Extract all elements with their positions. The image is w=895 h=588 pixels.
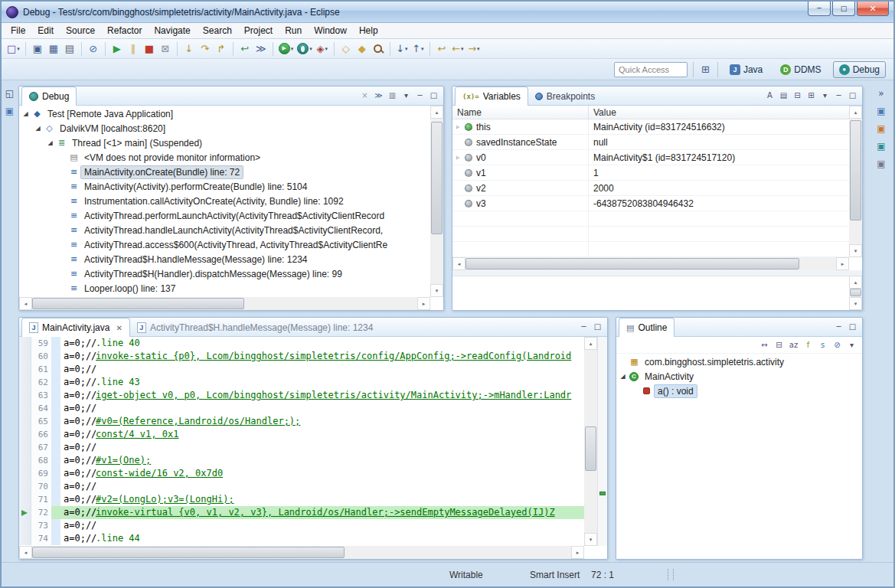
print-icon[interactable]: ▤ bbox=[62, 41, 77, 57]
scroll-down-icon[interactable]: ▾ bbox=[849, 297, 862, 310]
minimized-view-1-icon[interactable]: ▣ bbox=[877, 106, 887, 116]
maximize-icon[interactable]: □ bbox=[593, 322, 603, 332]
code-line[interactable]: 66a=0;//const/4 v1, 0x1 bbox=[19, 428, 584, 441]
code-line[interactable]: 59a=0;//.line 40 bbox=[19, 337, 584, 350]
sort-icon[interactable]: az bbox=[789, 340, 799, 351]
restore-minimized-views-icon[interactable]: » bbox=[877, 88, 887, 99]
code-line[interactable]: 71a=0;//#v2=(LongLo);v3=(LongHi); bbox=[19, 493, 584, 506]
menu-edit[interactable]: Edit bbox=[31, 24, 60, 38]
save-icon[interactable]: ▣ bbox=[30, 41, 45, 57]
scroll-thumb[interactable] bbox=[32, 547, 345, 558]
menu-source[interactable]: Source bbox=[60, 24, 101, 38]
minimize-icon[interactable]: ─ bbox=[579, 322, 589, 332]
annotation-gutter[interactable] bbox=[19, 532, 31, 545]
resume-icon[interactable]: ▶ bbox=[109, 41, 125, 57]
code-line[interactable]: 69a=0;//const-wide/16 v2, 0x7d0 bbox=[19, 467, 584, 480]
variable-expander-icon[interactable]: ▹ bbox=[452, 154, 463, 161]
scroll-down-icon[interactable]: ▾ bbox=[430, 284, 443, 297]
save-all-icon[interactable]: ▦ bbox=[46, 41, 61, 57]
code-line[interactable]: 74a=0;//.line 44 bbox=[19, 532, 584, 545]
search-icon[interactable] bbox=[371, 41, 386, 57]
perspective-ddms[interactable]: D DDMS bbox=[774, 61, 827, 78]
outline-tree-row[interactable]: ▦com.bingghost.simpletetris.activity bbox=[616, 354, 862, 369]
scroll-thumb[interactable] bbox=[431, 122, 443, 234]
scroll-track[interactable] bbox=[430, 119, 443, 284]
tree-expander-icon[interactable]: ◢ bbox=[45, 139, 55, 146]
tab-breakpoints[interactable]: Breakpoints bbox=[528, 87, 602, 105]
last-edit-location-icon[interactable]: ↩ bbox=[434, 41, 449, 57]
current-line-marker[interactable] bbox=[599, 492, 606, 495]
drop-to-frame-icon[interactable]: ↩ bbox=[237, 41, 253, 57]
code-line[interactable]: 62a=0;//.line 43 bbox=[19, 376, 584, 389]
scroll-up-icon[interactable]: ▴ bbox=[849, 276, 862, 289]
annotation-gutter[interactable] bbox=[19, 480, 31, 493]
annotation-gutter[interactable] bbox=[19, 376, 31, 389]
annotation-gutter[interactable] bbox=[19, 519, 31, 532]
tree-expander-icon[interactable]: ◢ bbox=[33, 125, 43, 132]
scroll-track[interactable] bbox=[32, 546, 571, 559]
menu-navigate[interactable]: Navigate bbox=[148, 24, 196, 38]
scroll-track[interactable] bbox=[32, 297, 417, 310]
close-tab-icon[interactable]: ✕ bbox=[116, 324, 122, 332]
editor-tab-activitythread[interactable]: J ActivityThread$H.handleMessage(Message… bbox=[130, 318, 381, 336]
suspend-icon[interactable]: ∥ bbox=[126, 41, 141, 57]
back-icon[interactable]: ←▾ bbox=[450, 41, 465, 57]
restore-minimized-views-icon[interactable]: ◱ bbox=[5, 88, 15, 99]
annotation-gutter[interactable] bbox=[19, 441, 31, 454]
close-window-button[interactable]: ✕ bbox=[857, 2, 889, 16]
perspective-java[interactable]: J Java bbox=[724, 61, 769, 78]
code-line[interactable]: 73a=0;// bbox=[19, 519, 584, 532]
maximize-icon[interactable]: □ bbox=[848, 90, 857, 101]
scroll-track[interactable] bbox=[849, 119, 862, 244]
scroll-track[interactable] bbox=[584, 350, 597, 533]
debug-tree-row[interactable]: ≡MainActivity.onCreate(Bundle) line: 72 bbox=[19, 165, 430, 179]
annotation-gutter[interactable] bbox=[19, 415, 31, 428]
variables-vscrollbar[interactable]: ▴▾ bbox=[849, 106, 862, 257]
variable-row[interactable]: v3-6438752083804946432 bbox=[452, 196, 849, 211]
hide-non-public-members-icon[interactable]: ⊘ bbox=[832, 340, 842, 351]
editor-vscrollbar[interactable]: ▴▾ bbox=[584, 337, 597, 546]
scroll-up-icon[interactable]: ▴ bbox=[430, 106, 443, 119]
menu-run[interactable]: Run bbox=[279, 24, 308, 38]
variables-detail-pane[interactable] bbox=[452, 276, 849, 310]
scroll-thumb[interactable] bbox=[850, 289, 861, 296]
debug-tree-row[interactable]: ◢≣Thread [<1> main] (Suspended) bbox=[19, 136, 430, 150]
dropdown-arrow-icon[interactable]: ▾ bbox=[477, 46, 480, 52]
variables-detail-splitter[interactable] bbox=[452, 270, 862, 276]
scroll-right-icon[interactable]: ▸ bbox=[417, 297, 430, 310]
code-line[interactable]: 63a=0;//iget-object v0, p0, Lcom/binggho… bbox=[19, 389, 584, 402]
previous-annotation-icon[interactable]: ↑▾ bbox=[410, 41, 426, 57]
annotation-gutter[interactable] bbox=[19, 363, 31, 376]
quick-access-input[interactable] bbox=[614, 62, 688, 77]
scroll-thumb[interactable] bbox=[32, 298, 244, 309]
new-java-class-icon[interactable]: ◇ bbox=[338, 41, 354, 57]
code-line[interactable]: 65a=0;//#v0=(Reference,Landroid/os/Handl… bbox=[19, 415, 584, 428]
show-type-names-icon[interactable]: A bbox=[765, 90, 775, 101]
view-menu-icon[interactable]: ▾ bbox=[401, 90, 411, 101]
annotation-gutter[interactable] bbox=[19, 337, 31, 350]
step-into-icon[interactable]: ↓ bbox=[181, 41, 197, 57]
variable-row[interactable]: v22000 bbox=[452, 181, 849, 196]
new-java-package-icon[interactable]: ◆ bbox=[354, 41, 370, 57]
variable-expander-icon[interactable]: ▹ bbox=[452, 123, 463, 130]
dropdown-arrow-icon[interactable]: ▾ bbox=[17, 46, 20, 52]
variable-row[interactable]: savedInstanceStatenull bbox=[452, 135, 849, 150]
debug-tree-row[interactable]: ≡ActivityThread.handleLaunchActivity(Act… bbox=[19, 223, 430, 237]
maximize-icon[interactable]: □ bbox=[429, 90, 439, 101]
scroll-track[interactable] bbox=[849, 289, 862, 297]
annotation-gutter[interactable] bbox=[19, 506, 31, 519]
editor-hscrollbar[interactable]: ◂▸ bbox=[19, 546, 584, 559]
column-header-value[interactable]: Value bbox=[589, 106, 621, 119]
debug-tree-row[interactable]: ≡Instrumentation.callActivityOnCreate(Ac… bbox=[19, 194, 430, 208]
collapse-all-icon[interactable]: ⊟ bbox=[792, 90, 802, 101]
disconnect-icon[interactable]: ⊠ bbox=[158, 41, 173, 57]
debug-icon[interactable]: ▾ bbox=[296, 41, 314, 57]
forward-icon[interactable]: →▾ bbox=[466, 41, 482, 57]
scroll-left-icon[interactable]: ◂ bbox=[19, 297, 32, 310]
scroll-left-icon[interactable]: ◂ bbox=[452, 257, 465, 270]
scroll-left-icon[interactable]: ◂ bbox=[19, 546, 32, 559]
maximize-view-icon[interactable]: □ bbox=[848, 322, 857, 332]
annotation-gutter[interactable] bbox=[19, 389, 31, 402]
variables-hscrollbar[interactable]: ◂▸ bbox=[452, 257, 849, 270]
column-header-name[interactable]: Name bbox=[452, 106, 589, 119]
